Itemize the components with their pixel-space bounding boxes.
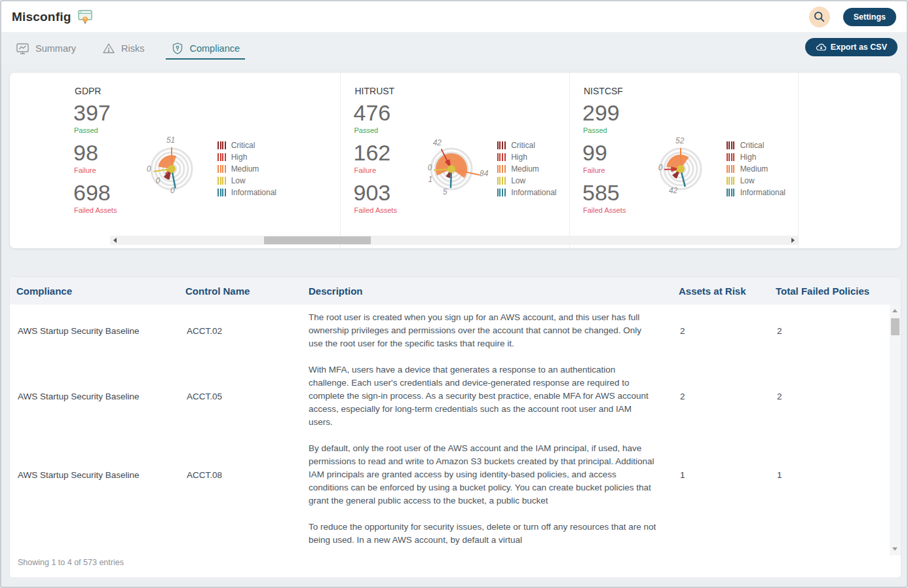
- assets-at-risk-cell: 2: [679, 392, 776, 401]
- legend-item-medium: Medium: [218, 164, 276, 174]
- control-name-cell: ACCT.02: [185, 326, 309, 336]
- legend-swatch-high: [727, 153, 735, 161]
- legend-swatch-low: [218, 177, 226, 185]
- description-cell: The root user is created when you sign u…: [309, 311, 679, 350]
- legend-item-low: Low: [497, 176, 556, 185]
- legend-swatch-informational: [218, 189, 226, 196]
- legend-item-medium: Medium: [727, 164, 785, 174]
- vertical-scrollbar-thumb[interactable]: [891, 318, 899, 335]
- card-title: GDPR: [75, 86, 276, 96]
- legend-label: High: [740, 153, 757, 162]
- passed-label: Passed: [74, 126, 131, 134]
- entries-summary: Showing 1 to 4 of 573 entries: [18, 558, 124, 567]
- compliance-table-panel: Compliance Control Name Description Asse…: [9, 276, 901, 578]
- passed-count: 299: [582, 100, 640, 126]
- tab-risks-label: Risks: [121, 43, 144, 54]
- legend-swatch-medium: [497, 165, 506, 173]
- legend-item-informational: Informational: [727, 188, 785, 197]
- scroll-up-arrow-icon[interactable]: [892, 309, 898, 312]
- passed-count: 397: [73, 100, 131, 126]
- svg-text:0: 0: [155, 175, 160, 185]
- scroll-down-arrow-icon[interactable]: [892, 547, 898, 551]
- severity-legend: Critical High Medium Low Informational: [218, 138, 276, 200]
- settings-button[interactable]: Settings: [843, 8, 896, 26]
- top-bar: Misconfig Settings: [1, 1, 907, 32]
- svg-text:0: 0: [658, 163, 662, 172]
- svg-text:42: 42: [669, 186, 678, 195]
- passed-count: 476: [354, 100, 411, 126]
- legend-item-low: Low: [218, 176, 276, 185]
- control-name-cell: ACCT.08: [185, 470, 309, 480]
- failure-label: Failure: [74, 166, 131, 174]
- svg-text:0: 0: [428, 162, 432, 172]
- export-csv-button[interactable]: Export as CSV: [805, 38, 898, 56]
- legend-label: Medium: [740, 164, 768, 174]
- passed-label: Passed: [354, 126, 411, 134]
- severity-legend: Critical High Medium Low Informational: [727, 138, 785, 200]
- legend-swatch-medium: [218, 165, 226, 173]
- severity-rose-chart: 51000: [131, 132, 216, 206]
- legend-label: Low: [231, 176, 246, 185]
- cards-horizontal-scrollbar[interactable]: [110, 236, 798, 245]
- tab-compliance[interactable]: Compliance: [166, 32, 246, 64]
- tab-risks[interactable]: Risks: [97, 32, 149, 64]
- card-gdpr: GDPR 397 Passed 98 Failure 698 Failed As…: [10, 73, 341, 248]
- svg-text:42: 42: [433, 138, 442, 147]
- tab-summary[interactable]: Summary: [10, 32, 81, 64]
- card-title: HITRUST: [355, 86, 557, 96]
- compliance-shield-icon: [171, 42, 184, 55]
- failure-count: 162: [354, 140, 411, 166]
- legend-label: Medium: [511, 164, 539, 174]
- svg-text:84: 84: [480, 169, 489, 178]
- legend-item-informational: Informational: [218, 188, 276, 197]
- compliance-cell: AWS Startup Security Baseline: [16, 326, 185, 336]
- svg-text:5: 5: [443, 187, 447, 196]
- table-row[interactable]: To reduce the opportunity for security i…: [10, 514, 889, 553]
- compliance-cards-panel: GDPR 397 Passed 98 Failure 698 Failed As…: [9, 72, 901, 249]
- card-stats: 476 Passed 162 Failure 903 Failed Assets: [354, 100, 411, 220]
- failed-assets-label: Failed Assets: [74, 206, 131, 214]
- description-cell: To reduce the opportunity for security i…: [309, 521, 679, 547]
- card-stats: 397 Passed 98 Failure 698 Failed Assets: [73, 100, 131, 220]
- tab-summary-label: Summary: [35, 43, 76, 54]
- legend-label: Informational: [231, 188, 276, 197]
- column-header-assets-at-risk: Assets at Risk: [679, 285, 776, 297]
- scroll-right-arrow-icon[interactable]: [791, 238, 795, 243]
- cards-overflow-area: [799, 73, 901, 248]
- column-header-description: Description: [309, 285, 679, 297]
- description-cell: By default, only the root user of the AW…: [309, 442, 679, 507]
- tab-bar: Summary Risks Compliance: [1, 32, 907, 64]
- table-vertical-scrollbar[interactable]: [890, 304, 901, 555]
- legend-label: Informational: [511, 188, 556, 197]
- table-row[interactable]: AWS Startup Security Baseline ACCT.08 By…: [10, 435, 889, 514]
- warning-triangle-icon: [102, 42, 115, 55]
- failure-count: 99: [582, 140, 640, 166]
- legend-swatch-high: [218, 153, 226, 161]
- failed-assets-label: Failed Assets: [583, 206, 640, 214]
- table-row[interactable]: AWS Startup Security Baseline ACCT.05 Wi…: [10, 357, 889, 435]
- legend-swatch-informational: [497, 189, 506, 196]
- legend-label: Critical: [231, 141, 255, 150]
- summary-chart-icon: [16, 42, 29, 55]
- legend-label: Medium: [231, 164, 259, 174]
- severity-legend: Critical High Medium Low Informational: [497, 138, 556, 200]
- column-header-control-name: Control Name: [185, 285, 309, 297]
- assets-at-risk-cell: 2: [679, 326, 776, 336]
- compliance-cell: AWS Startup Security Baseline: [16, 392, 185, 401]
- horizontal-scrollbar-thumb[interactable]: [264, 236, 371, 244]
- legend-swatch-critical: [497, 141, 506, 149]
- export-csv-label: Export as CSV: [831, 43, 887, 52]
- legend-swatch-medium: [727, 165, 735, 173]
- legend-item-medium: Medium: [497, 164, 556, 174]
- passed-label: Passed: [583, 126, 640, 134]
- legend-item-critical: Critical: [727, 141, 785, 150]
- scroll-left-arrow-icon[interactable]: [113, 238, 117, 243]
- page-title: Misconfig: [12, 10, 71, 24]
- table-header: Compliance Control Name Description Asse…: [10, 277, 901, 304]
- legend-item-high: High: [727, 153, 785, 162]
- failure-label: Failure: [354, 166, 411, 174]
- failed-assets-count: 903: [354, 180, 411, 206]
- search-button[interactable]: [809, 7, 830, 28]
- legend-label: Low: [511, 176, 525, 185]
- table-row[interactable]: AWS Startup Security Baseline ACCT.02 Th…: [10, 304, 889, 357]
